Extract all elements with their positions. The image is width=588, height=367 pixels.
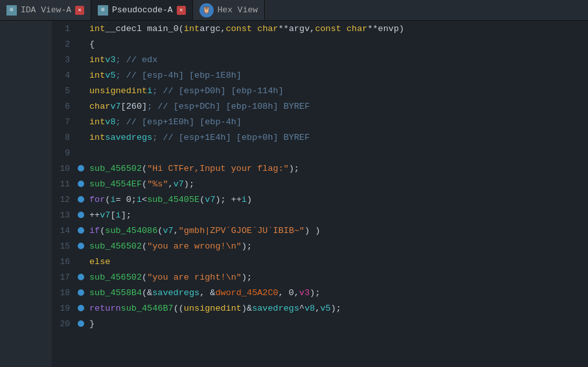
token: ) ) (304, 226, 320, 236)
line-number-18: 18 (52, 285, 75, 300)
line-number-4: 4 (52, 67, 75, 83)
code-line-7: int v8; // [esp+1E0h] [ebp-4h] (75, 114, 588, 129)
token: ; // [esp+D0h] [ebp-114h] (152, 86, 284, 96)
token: ( (199, 195, 205, 205)
token: v7 (100, 210, 110, 220)
token: unsigned (89, 86, 131, 96)
token: ; // edx (116, 55, 158, 65)
breakpoint-dot[interactable] (78, 181, 84, 187)
token: return (89, 304, 121, 313)
token: "you are right!\n" (147, 272, 242, 282)
token: int (184, 24, 199, 34)
line-number-7: 7 (52, 114, 75, 129)
token: ); ++ (215, 195, 242, 205)
token: < (142, 195, 147, 205)
token: } (89, 319, 95, 329)
tab-hex[interactable]: 🦉 Hex View (193, 0, 265, 20)
token: (( (174, 304, 184, 313)
token: i (242, 195, 247, 205)
tab-close-ida[interactable]: ✕ (75, 6, 84, 15)
token: int (226, 304, 242, 313)
code-line-3: int v3; // edx (75, 52, 588, 67)
token: int (89, 24, 105, 34)
token: i (110, 195, 115, 205)
token: unsigned (184, 304, 226, 313)
code-line-1: int __cdecl main_0(int argc, const char … (75, 21, 588, 36)
line-number-20: 20 (52, 316, 75, 331)
code-line-4: int v5; // [esp-4h] [ebp-1E8h] (75, 67, 588, 83)
token: savedregs (252, 304, 299, 313)
token: ; // [esp+DCh] [ebp-108h] BYREF (147, 102, 310, 111)
token: ( (142, 179, 147, 189)
token: v5 (105, 71, 115, 80)
token: { (89, 39, 95, 49)
token: dword_45A2C0 (215, 288, 278, 298)
token: ); (310, 288, 320, 298)
token: sub_456502 (89, 272, 142, 282)
breakpoint-dot[interactable] (78, 289, 84, 296)
token: v7 (174, 179, 184, 189)
line-number-13: 13 (52, 207, 75, 223)
code-line-20: } (75, 316, 588, 331)
tab-ida-view[interactable]: ≡ IDA View-A ✕ (0, 0, 91, 20)
line-number-15: 15 (52, 238, 75, 254)
code-line-15: sub_456502("you are wrong!\n"); (75, 238, 588, 254)
token: int (89, 133, 105, 142)
code-line-8: int savedregs; // [esp+1E4h] [ebp+0h] BY… (75, 129, 588, 145)
code-line-5: unsigned int i; // [esp+D0h] [ebp-114h] (75, 83, 588, 98)
token: "%s" (147, 179, 168, 189)
breakpoint-dot[interactable] (78, 320, 84, 327)
code-line-17: sub_456502("you are right!\n"); (75, 269, 588, 285)
token: sub_456502 (89, 241, 142, 251)
token: **envp) (367, 24, 404, 34)
token: ( (142, 164, 147, 173)
line-number-9: 9 (52, 145, 75, 161)
token: i (137, 195, 142, 205)
token: for (89, 195, 105, 205)
token: v5 (321, 304, 331, 313)
tab-pseudocode[interactable]: ≡ Pseudocode-A ✕ (91, 0, 193, 20)
token: v3 (105, 55, 115, 65)
code-line-19: return sub_4546B7((unsigned int)&savedre… (75, 300, 588, 316)
tab-label-hex: Hex View (218, 5, 258, 15)
token: ; // [esp+1E4h] [ebp+0h] BYREF (152, 133, 310, 142)
token: ]; (121, 210, 131, 220)
token: v8 (304, 304, 315, 313)
token: v8 (105, 117, 115, 127)
token: (& (142, 288, 152, 298)
code-area: 1234567891011121314151617181920 int __cd… (0, 21, 588, 367)
token: savedregs (105, 133, 152, 142)
breakpoint-dot[interactable] (78, 227, 84, 234)
tab-icon-hex: 🦉 (199, 3, 214, 17)
left-sidebar (0, 21, 52, 367)
breakpoint-dot[interactable] (78, 274, 84, 280)
token: else (89, 257, 110, 267)
token: [ (110, 210, 115, 220)
token: ( (105, 195, 110, 205)
breakpoint-dot[interactable] (78, 196, 84, 203)
token: ++ (89, 210, 100, 220)
token: sub_4558B4 (89, 288, 142, 298)
token: ( (142, 241, 147, 251)
token: ^ (299, 304, 304, 313)
line-number-1: 1 (52, 21, 75, 36)
token: v7 (163, 226, 173, 236)
breakpoint-dot[interactable] (78, 243, 84, 249)
token: __cdecl main_0( (105, 24, 184, 34)
token: ; // [esp+1E0h] [ebp-4h] (116, 117, 242, 127)
token: **argv, (278, 24, 315, 34)
token: int (89, 55, 105, 65)
code-line-10: sub_456502("Hi CTFer,Input your flag:"); (75, 161, 588, 176)
tab-close-pseudo[interactable]: ✕ (177, 6, 186, 15)
token: if (89, 226, 100, 236)
breakpoint-dot[interactable] (78, 305, 84, 311)
token: v3 (299, 288, 310, 298)
token: , (174, 226, 179, 236)
line-number-14: 14 (52, 223, 75, 238)
breakpoint-dot[interactable] (78, 165, 84, 172)
code-line-18: sub_4558B4(&savedregs, &dword_45A2C0, 0,… (75, 285, 588, 300)
token: , (315, 304, 320, 313)
token: , & (199, 288, 215, 298)
breakpoint-dot[interactable] (78, 212, 84, 218)
tab-label-ida: IDA View-A (21, 5, 71, 15)
